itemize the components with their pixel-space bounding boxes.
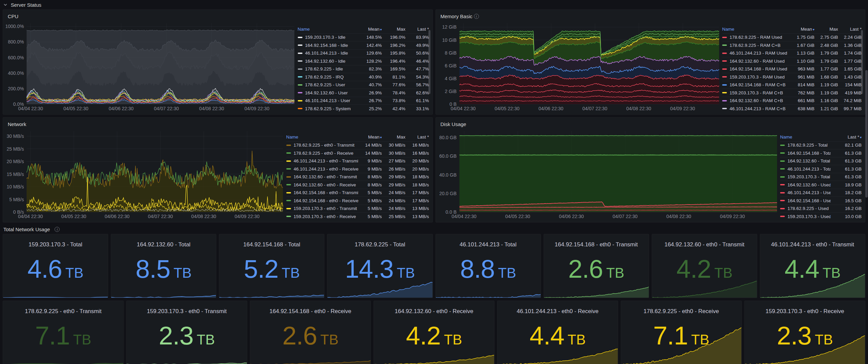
panel-title-network[interactable]: Network (3, 118, 433, 128)
stat-panel[interactable]: 159.203.170.3 - eth0 - Transmit2.3TB (126, 301, 247, 364)
series-name[interactable]: 178.62.9.225 - eth0 - Receive (294, 151, 359, 156)
legend-header-last[interactable]: Last * (406, 134, 429, 140)
series-name[interactable]: 164.92.132.60 - Idle (305, 59, 359, 64)
legend-row[interactable]: 159.203.170.3 - RAM Used961 MiB1.68 GiB1… (722, 73, 862, 81)
series-name[interactable]: 178.62.9.225 - RAM C+B (730, 43, 791, 48)
legend-row[interactable]: 164.92.154.168 - eth0 - Transmit5 MB/s24… (286, 189, 429, 197)
legend-row[interactable]: 164.92.132.60 - RAM Used1.10 GiB1.79 GiB… (722, 57, 862, 65)
series-name[interactable]: 178.62.9.225 - IRQ (305, 74, 359, 80)
series-name[interactable]: 159.203.170.3 - eth0 - Transmit (294, 206, 359, 211)
stat-panel[interactable]: 178.62.9.225 - eth0 - Transmit7.1TB (3, 301, 124, 364)
stat-panel[interactable]: 46.101.244.213 - eth0 - Transmit4.4TB (760, 234, 865, 298)
legend-row[interactable]: 164.92.154.168 - Total61.3 GB (780, 149, 862, 157)
series-name[interactable]: 178.62.9.225 - User (305, 82, 359, 87)
legend-row[interactable]: 164.92.132.60 - Idle128.2%196.4%46.4% (298, 57, 429, 65)
legend-header-max[interactable]: Max (814, 27, 838, 32)
legend-row[interactable]: 178.62.9.225 - IRQ40.9%81.1%54.3% (298, 73, 429, 81)
stat-panel[interactable]: 178.62.9.225 - eth0 - Receive7.1TB (621, 301, 742, 364)
legend-scrollbar[interactable] (861, 30, 863, 94)
legend-row[interactable]: 164.92.154.168 - Used16.5 GB (780, 196, 862, 205)
legend-header-name[interactable]: Name (298, 27, 359, 32)
stat-panel[interactable]: 46.101.244.213 - Total8.8TB (435, 234, 541, 298)
series-name[interactable]: 159.203.170.3 - Used (787, 214, 831, 219)
series-name[interactable]: 164.92.132.60 - User (305, 90, 359, 95)
legend-row[interactable]: 178.62.9.225 - Used16.2 GB (780, 205, 862, 213)
legend-header-mean[interactable]: Mean▾ (359, 134, 382, 140)
legend-row[interactable]: 164.92.154.168 - eth0 - Receive5 MB/s24 … (286, 196, 429, 205)
series-name[interactable]: 178.62.9.225 - Used (787, 206, 831, 211)
series-name[interactable]: 164.92.154.168 - Used (787, 198, 831, 203)
legend-header-last[interactable]: Last *▾ (831, 134, 862, 140)
series-name[interactable]: 178.62.9.225 - Idle (305, 66, 359, 71)
series-name[interactable]: 178.62.9.225 - RAM Used (730, 35, 791, 40)
series-name[interactable]: 159.203.170.3 - RAM Used (730, 74, 791, 80)
legend-header-name[interactable]: Name (780, 134, 831, 140)
panel-title-disk[interactable]: Disk Usage (436, 118, 865, 128)
legend-row[interactable]: 178.62.9.225 - User40.7%77.6%56.7% (298, 81, 429, 89)
legend-row[interactable]: 159.203.170.3 - RAM C+B762 MiB1.19 GiB41… (722, 89, 862, 97)
stat-panel[interactable]: 164.92.132.60 - eth0 - Receive4.2TB (374, 301, 494, 364)
series-name[interactable]: 159.203.170.3 - Total (787, 174, 831, 179)
series-name[interactable]: 159.203.170.3 - Idle (305, 35, 359, 40)
legend-row[interactable]: 46.101.244.213 - Idle129.6%195.8%50.6% (298, 49, 429, 57)
legend-row[interactable]: 159.203.170.3 - eth0 - Receive5 MB/s25 M… (286, 212, 429, 219)
series-name[interactable]: 178.62.9.225 - Total (787, 143, 831, 148)
network-chart[interactable]: 30 MB/s25 MB/s20 MB/s15 MB/s10 MB/s5 MB/… (27, 131, 283, 212)
legend-header-name[interactable]: Name (286, 134, 359, 140)
stat-panel[interactable]: 178.62.9.225 - Total14.3TB (327, 234, 433, 298)
panel-title-cpu[interactable]: CPU (3, 10, 433, 20)
legend-row[interactable]: 46.101.244.213 - User26.7%73.8%61.1% (298, 97, 429, 105)
legend-row[interactable]: 159.203.170.3 - Total61.3 GB (780, 173, 862, 181)
page-scrollbar[interactable] (865, 70, 868, 198)
stat-panel[interactable]: 164.92.132.60 - eth0 - Transmit4.2TB (652, 234, 757, 298)
legend-row[interactable]: 46.101.244.213 - RAM C+B638 MiB1.21 GiB9… (722, 104, 862, 112)
legend-row[interactable]: 46.101.244.213 - Used18.2 GB (780, 189, 862, 197)
legend-row[interactable]: 46.101.244.213 - eth0 - Transmit9 MB/s27… (286, 157, 429, 165)
series-name[interactable]: 164.92.154.168 - Idle (305, 43, 359, 48)
stat-panel[interactable]: 164.92.154.168 - eth0 - Receive2.6TB (250, 301, 371, 364)
series-name[interactable]: 164.92.132.60 - RAM Used (730, 59, 791, 64)
legend-row[interactable]: 178.62.9.225 - RAM Used1.75 GiB2.75 GiB2… (722, 33, 862, 41)
series-name[interactable]: 164.92.154.168 - RAM C+B (730, 82, 791, 87)
stat-panel[interactable]: 164.92.154.168 - Total5.2TB (219, 234, 324, 298)
series-name[interactable]: 164.92.132.60 - RAM C+B (730, 98, 791, 103)
row-header-server-status[interactable]: Server Status (0, 1, 868, 9)
series-name[interactable]: 164.92.132.60 - Used (787, 182, 831, 187)
series-name[interactable]: 159.203.170.3 - RAM C+B (730, 90, 791, 95)
series-name[interactable]: 164.92.132.60 - eth0 - Receive (294, 182, 359, 187)
legend-row[interactable]: 159.203.170.3 - eth0 - Transmit5 MB/s24 … (286, 205, 429, 213)
legend-row[interactable]: 164.92.132.60 - Total61.3 GB (780, 157, 862, 165)
series-name[interactable]: 164.92.154.168 - eth0 - Receive (294, 198, 359, 203)
series-name[interactable]: 46.101.244.213 - eth0 - Transmit (294, 158, 359, 163)
stat-panel[interactable]: 46.101.244.213 - eth0 - Receive4.4TB (497, 301, 618, 364)
series-name[interactable]: 46.101.244.213 - RAM C+B (730, 106, 791, 111)
legend-row[interactable]: 178.62.9.225 - eth0 - Transmit14 MB/s30 … (286, 141, 429, 149)
legend-header-last[interactable]: Last * (406, 27, 429, 32)
series-name[interactable]: 46.101.244.213 - Total (787, 166, 831, 172)
series-name[interactable]: 178.62.9.225 - System (305, 106, 359, 111)
legend-row[interactable]: 164.92.132.60 - eth0 - Transmit8 MB/s29 … (286, 173, 429, 181)
legend-header-mean[interactable]: Mean▾ (791, 27, 814, 32)
legend-row[interactable]: 159.203.170.3 - Idle148.5%196.0%83.9% (298, 33, 429, 41)
series-name[interactable]: 178.62.9.225 - eth0 - Transmit (294, 143, 359, 148)
stat-panel[interactable]: 159.203.170.3 - eth0 - Receive2.3TB (744, 301, 865, 364)
legend-header-mean[interactable]: Mean▾ (359, 27, 382, 32)
stat-panel[interactable]: 164.92.154.168 - eth0 - Transmit2.6TB (544, 234, 649, 298)
disk-chart[interactable]: 80.0 GB60.0 GB40.0 GB20.0 GB0.0 B04/04 2… (459, 131, 777, 212)
legend-header-max[interactable]: Max (382, 27, 406, 32)
series-name[interactable]: 164.92.154.168 - RAM Used (730, 66, 791, 71)
info-icon[interactable]: i (55, 227, 60, 232)
legend-row[interactable]: 46.101.244.213 - Total61.3 GB (780, 165, 862, 173)
legend-row[interactable]: 178.62.9.225 - eth0 - Receive14 MB/s30 M… (286, 149, 429, 157)
legend-row[interactable]: 46.101.244.213 - eth0 - Receive9 MB/s26 … (286, 165, 429, 173)
legend-row[interactable]: 164.92.132.60 - eth0 - Receive8 MB/s29 M… (286, 181, 429, 189)
legend-row[interactable]: 164.92.132.60 - Used18.9 GB (780, 181, 862, 189)
legend-header-max[interactable]: Max (382, 134, 406, 140)
legend-row[interactable]: 178.62.9.225 - RAM C+B1.67 GiB2.48 GiB1.… (722, 41, 862, 49)
legend-row[interactable]: 164.92.154.168 - RAM Used963 MiB1.77 GiB… (722, 65, 862, 73)
memory-chart[interactable]: 12 GiB10 GiB8 GiB6 GiB4 GiB2 GiB0 B04/04… (459, 23, 719, 104)
series-name[interactable]: 164.92.132.60 - Total (787, 158, 831, 163)
series-name[interactable]: 164.92.132.60 - eth0 - Transmit (294, 174, 359, 179)
legend-row[interactable]: 178.62.9.225 - Idle82.3%169.5%47.7% (298, 65, 429, 73)
series-name[interactable]: 159.203.170.3 - eth0 - Receive (294, 214, 359, 219)
